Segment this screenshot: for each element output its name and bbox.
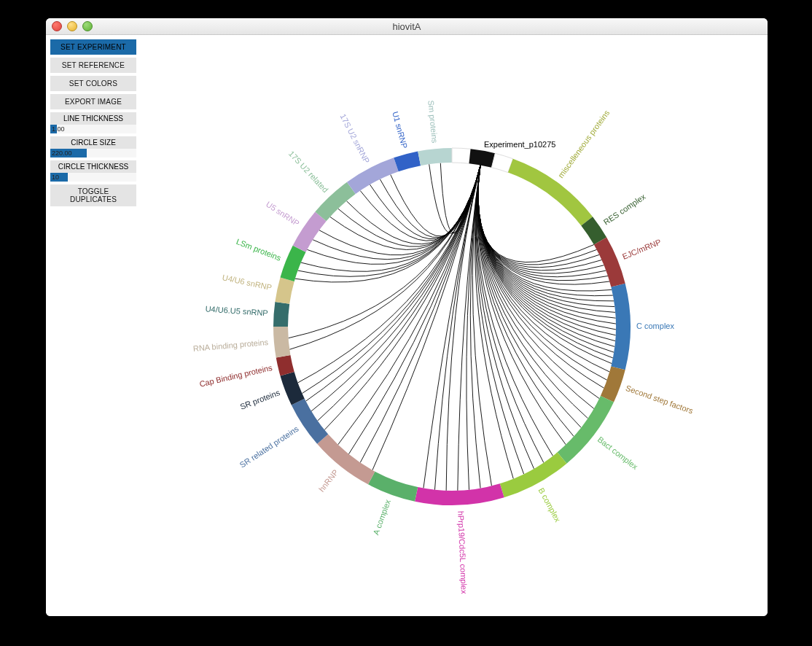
segment-experiment-p10275[interactable] [469, 149, 496, 167]
segment-label: hPrp19/Cdc5L complex [456, 510, 469, 594]
circle-thickness-block: CIRCLE THICKNESS 10 [50, 160, 136, 182]
close-icon[interactable] [52, 21, 62, 31]
segment-label: RES complex [602, 192, 647, 226]
chord [477, 165, 553, 456]
segment-label: U5 snRNP [265, 200, 301, 228]
segment-label: Cap Binding proteins [198, 363, 273, 389]
segment-label: SR proteins [239, 388, 281, 411]
segment-label: Bact complex [596, 435, 640, 471]
segment-u4-u6-snrnp[interactable] [275, 277, 294, 303]
line-thickness-value[interactable]: 1.00 [50, 125, 136, 133]
segment-label: hnRNP [317, 468, 340, 494]
chord [380, 165, 480, 237]
chord [289, 165, 481, 338]
segment-sr-related-proteins[interactable] [292, 399, 328, 444]
chord [360, 165, 480, 462]
segment-rna-binding-proteins[interactable] [273, 327, 290, 358]
segment-u4-u6-u5-snrnp[interactable] [273, 302, 289, 327]
toggle-duplicates-button[interactable]: TOGGLEDUPLICATES [50, 184, 136, 206]
set-colors-button[interactable]: SET COLORS [50, 76, 136, 91]
segment-label: SR related proteins [238, 424, 301, 469]
chord [423, 165, 480, 488]
titlebar[interactable]: hiovitA [46, 18, 768, 35]
segment-miscelleneous-proteins[interactable] [508, 159, 593, 226]
segment-ejc-mrnp[interactable] [594, 238, 625, 287]
circle-size-block: CIRCLE SIZE 220.00 [50, 136, 136, 157]
window-content: SET EXPERIMENT SET REFERENCE SET COLORS … [46, 35, 768, 616]
chord [477, 165, 566, 444]
zoom-icon[interactable] [82, 21, 93, 31]
window-title: hiovitA [46, 21, 768, 32]
chord [324, 165, 480, 429]
segment-lsm-proteins[interactable] [280, 246, 305, 281]
segment-u1-snrnp[interactable] [394, 152, 421, 172]
traffic-lights [52, 21, 93, 31]
segment-sm-proteins[interactable] [418, 148, 452, 166]
app-window: hiovitA SET EXPERIMENT SET REFERENCE SET… [46, 18, 768, 616]
segment-label: Experiment_p10275 [484, 140, 555, 149]
circle-thickness-label: CIRCLE THICKNESS [50, 160, 136, 173]
chord-diagram: C complexSecond step factorsBact complex… [137, 35, 768, 616]
segment-label: C complex [636, 322, 674, 330]
segment--gap1[interactable] [452, 148, 471, 163]
segment-label: RNA binding proteins [192, 338, 268, 353]
minimize-icon[interactable] [67, 21, 77, 31]
segment-label: U1 snRNP [391, 111, 409, 149]
circle-size-label: CIRCLE SIZE [50, 136, 136, 149]
chord [475, 165, 514, 478]
set-experiment-button[interactable]: SET EXPERIMENT [50, 39, 136, 55]
segment-b-complex[interactable] [500, 452, 567, 497]
segment-hprp19-cdc5l-complex[interactable] [415, 483, 504, 505]
sidebar: SET EXPERIMENT SET REFERENCE SET COLORS … [50, 39, 136, 206]
circle-size-value[interactable]: 220.00 [50, 149, 136, 157]
chord [476, 165, 534, 468]
segment-label: miscelleneous proteins [556, 108, 612, 179]
segment-label: B complex [536, 486, 562, 524]
segment-a-complex[interactable] [368, 472, 418, 502]
segment-label: 17S U2 related [287, 149, 330, 194]
segment-c-complex[interactable] [611, 284, 631, 370]
segment-label: Second step factors [625, 384, 695, 416]
export-image-button[interactable]: EXPORT IMAGE [50, 94, 136, 109]
segment-label: U4/U6.U5 snRNP [205, 304, 268, 317]
segment-sr-proteins[interactable] [280, 372, 304, 405]
chord [298, 165, 481, 383]
chord [313, 165, 480, 259]
line-thickness-block: LINE THICKNESS 1.00 [50, 112, 136, 133]
segment-label: Sm proteins [426, 100, 440, 144]
segment-label: U4/U6 snRNP [222, 273, 273, 292]
chord [338, 165, 480, 444]
chord [477, 165, 544, 462]
segment-bact-complex[interactable] [558, 396, 614, 464]
segment-label: EJC/mRNP [621, 238, 663, 261]
set-reference-button[interactable]: SET REFERENCE [50, 58, 136, 73]
segment-second-step-factors[interactable] [601, 366, 625, 402]
segment-label: A complex [371, 498, 392, 536]
segment-label: 17S U2 snRNP [338, 112, 371, 165]
line-thickness-label: LINE THICKNESS [50, 112, 136, 125]
segment-label: LSm proteins [235, 237, 283, 262]
circle-thickness-value[interactable]: 10 [50, 173, 136, 182]
